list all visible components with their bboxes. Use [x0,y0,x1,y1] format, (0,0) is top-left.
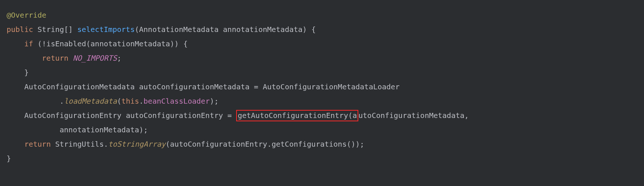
static-method: toStringArray [108,140,166,149]
param-name: annotationMetadata [223,25,303,34]
paren-open: ( [117,97,121,105]
op-eq: = [227,111,232,120]
stmt-var: autoConfigurationMetadata [139,82,249,91]
type: String[] [37,25,73,34]
cond: (!isEnabled(annotationMetadata)) { [37,39,187,48]
stmt-type: AutoConfigurationMetadata [24,82,135,91]
dot: . [104,140,108,149]
dot: . [139,97,143,105]
highlighted-call: getAutoConfigurationEntry(a [236,110,358,121]
keyword-this: this [121,97,139,105]
arg2: annotationMetadata [60,125,139,134]
paren-close: ); [210,97,219,105]
stmt-var: autoConfigurationEntry [126,111,223,120]
keyword-return: return [24,140,51,149]
param-type: AnnotationMetadata [139,25,219,34]
annotation: @Override [7,11,46,19]
arg1: utoConfigurationMetadata [358,111,464,120]
paren-close: ) { [303,25,316,34]
brace-close: } [7,154,11,163]
op-eq: = [254,82,258,91]
static-method: loadMetadata [64,97,117,105]
semi: ; [117,54,121,62]
brace-close: } [24,68,29,77]
paren-open: ( [135,25,139,34]
stmt-type: AutoConfigurationEntry [24,111,121,120]
keyword-return: return [42,54,68,62]
dot: . [60,97,64,105]
args: (autoConfigurationEntry.getConfiguration… [166,140,365,149]
paren-close: ); [139,125,148,134]
keyword-if: if [24,39,33,48]
stmt-rhs: AutoConfigurationMetadataLoader [263,82,399,91]
call-text: getAutoConfigurationEntry(a [238,111,357,120]
keyword-public: public [7,25,33,34]
class-ref: StringUtils [55,140,103,149]
constant: NO_IMPORTS [73,54,117,62]
comma: , [464,111,469,120]
method-name: selectImports [77,25,135,34]
field: beanClassLoader [143,97,210,105]
